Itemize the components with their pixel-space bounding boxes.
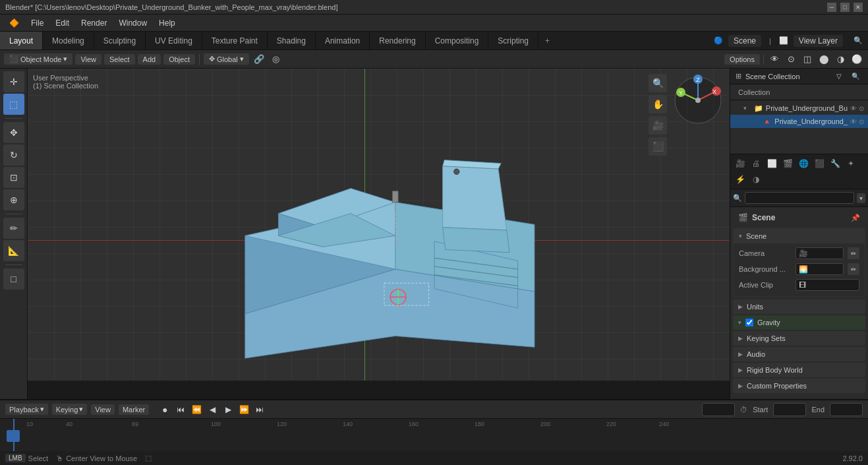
tab-shading[interactable]: Shading bbox=[268, 32, 316, 49]
viewport[interactable]: User Perspective (1) Scene Collection X … bbox=[28, 69, 730, 399]
record-btn[interactable]: ● bbox=[158, 403, 171, 416]
playback-menu[interactable]: Playback ▾ bbox=[5, 404, 48, 415]
object-props-tab[interactable]: ⬛ bbox=[812, 156, 826, 171]
tab-sculpting[interactable]: Sculpting bbox=[94, 32, 146, 49]
timeline-track[interactable]: 10 40 69 100 120 140 160 180 200 220 240 bbox=[0, 418, 868, 451]
custom-props-header[interactable]: ▶ Custom Properties bbox=[733, 379, 865, 393]
menu-help[interactable]: Help bbox=[154, 17, 181, 29]
add-cube-tool[interactable]: □ bbox=[3, 268, 24, 290]
tab-scripting[interactable]: Scripting bbox=[488, 32, 538, 49]
zoom-button[interactable]: 🔍 bbox=[649, 74, 667, 92]
gravity-checkbox[interactable] bbox=[745, 319, 753, 326]
select-menu[interactable]: Select bbox=[104, 54, 135, 65]
tab-animation[interactable]: Animation bbox=[316, 32, 370, 49]
particles-tab[interactable]: ✦ bbox=[844, 156, 858, 171]
object-menu[interactable]: Object bbox=[163, 54, 195, 65]
gizmos-overlay[interactable]: 👁 bbox=[767, 52, 782, 67]
move-tool[interactable]: ✥ bbox=[3, 122, 24, 143]
snap-toggle[interactable]: 🔗 bbox=[252, 52, 266, 67]
proportional-edit[interactable]: ◎ bbox=[269, 52, 283, 67]
menu-file[interactable]: File bbox=[26, 17, 49, 29]
viewport-canvas[interactable]: User Perspective (1) Scene Collection X … bbox=[28, 69, 730, 381]
world-props-tab[interactable]: 🌐 bbox=[796, 156, 811, 171]
units-header[interactable]: ▶ Units bbox=[733, 299, 865, 314]
active-clip-value[interactable]: 🎞 bbox=[796, 279, 859, 291]
start-frame-input[interactable]: 1 bbox=[773, 403, 806, 416]
menu-edit[interactable]: Edit bbox=[50, 17, 74, 29]
jump-start-btn[interactable]: ⏮ bbox=[174, 403, 187, 416]
play-btn[interactable]: ▶ bbox=[221, 403, 235, 416]
menu-render[interactable]: Render bbox=[76, 17, 112, 29]
pin-icon[interactable]: 📌 bbox=[851, 214, 860, 222]
scene-selector[interactable]: Scene bbox=[728, 35, 761, 47]
orbit-button[interactable]: 🎥 bbox=[649, 116, 667, 135]
camera-view-button[interactable]: ⬛ bbox=[649, 137, 667, 156]
view-layer-tab[interactable]: ⬜ bbox=[765, 156, 779, 171]
select-btn-2[interactable]: ⊙ bbox=[859, 118, 864, 125]
tab-rendering[interactable]: Rendering bbox=[370, 32, 425, 49]
expand-icon-1[interactable]: ▾ bbox=[743, 105, 751, 111]
add-workspace-button[interactable]: + bbox=[538, 32, 556, 49]
render-mode-solid[interactable]: ⬤ bbox=[817, 52, 831, 67]
render-props-tab[interactable]: 🎥 bbox=[733, 156, 747, 171]
close-button[interactable]: ✕ bbox=[854, 3, 863, 12]
scene-props-tab[interactable]: 🎬 bbox=[780, 156, 795, 171]
navigation-gizmo[interactable]: X Y Z bbox=[672, 74, 724, 127]
keying-sets-header[interactable]: ▶ Keying Sets bbox=[733, 331, 865, 346]
tab-uv-editing[interactable]: UV Editing bbox=[146, 32, 202, 49]
rigid-body-header[interactable]: ▶ Rigid Body World bbox=[733, 363, 865, 377]
tab-modeling[interactable]: Modeling bbox=[43, 32, 94, 49]
material-tab[interactable]: ◑ bbox=[749, 172, 763, 187]
menu-blender[interactable]: 🔶 bbox=[4, 17, 24, 29]
prev-keyframe-btn[interactable]: ⏪ bbox=[190, 403, 203, 416]
background-value[interactable]: 🌅 bbox=[796, 263, 844, 275]
maximize-button[interactable]: □ bbox=[840, 3, 850, 12]
overlays-btn[interactable]: ⊙ bbox=[784, 52, 798, 67]
camera-value[interactable]: 🎥 bbox=[796, 247, 844, 259]
visibility-btn-2[interactable]: 👁 bbox=[850, 118, 857, 125]
play-reverse-btn[interactable]: ◀ bbox=[206, 403, 219, 416]
cursor-tool[interactable]: ✛ bbox=[3, 71, 24, 92]
add-menu[interactable]: Add bbox=[138, 54, 161, 65]
rotate-tool[interactable]: ↻ bbox=[3, 144, 24, 166]
output-props-tab[interactable]: 🖨 bbox=[749, 156, 763, 171]
outliner-item-2[interactable]: 🔺 Private_Underground_ 👁 ⊙ bbox=[730, 115, 868, 128]
select-btn-1[interactable]: ⊙ bbox=[859, 105, 864, 112]
outliner-filter[interactable]: ▽ bbox=[832, 69, 846, 84]
physics-tab[interactable]: ⚡ bbox=[733, 172, 747, 187]
scene-section-header[interactable]: ▾ Scene bbox=[734, 229, 865, 243]
options-button[interactable]: Options bbox=[724, 54, 760, 65]
outliner-search[interactable]: 🔍 bbox=[848, 69, 863, 84]
xray-btn[interactable]: ◫ bbox=[800, 52, 815, 67]
camera-edit-btn[interactable]: ✏ bbox=[848, 247, 859, 259]
menu-window[interactable]: Window bbox=[113, 17, 152, 29]
tab-compositing[interactable]: Compositing bbox=[426, 32, 489, 49]
pan-button[interactable]: ✋ bbox=[649, 95, 667, 113]
tab-layout[interactable]: Layout bbox=[0, 32, 43, 49]
tab-texture-paint[interactable]: Texture Paint bbox=[202, 32, 268, 49]
object-mode-selector[interactable]: ⬛ Object Mode ▾ bbox=[4, 53, 72, 65]
visibility-btn-1[interactable]: 👁 bbox=[850, 105, 857, 112]
scale-tool[interactable]: ⊡ bbox=[3, 167, 24, 188]
audio-header[interactable]: ▶ Audio bbox=[733, 347, 865, 361]
end-frame-input[interactable]: 250 bbox=[830, 403, 863, 416]
view-layer-selector[interactable]: View Layer bbox=[794, 35, 843, 47]
measure-tool[interactable]: 📐 bbox=[3, 240, 24, 261]
props-filter-btn[interactable]: ▾ bbox=[857, 193, 865, 203]
render-mode-rendered[interactable]: ⚪ bbox=[850, 52, 864, 67]
select-tool[interactable]: ⬚ bbox=[3, 94, 24, 115]
current-frame-input[interactable]: 1 bbox=[702, 403, 735, 416]
view-menu-tl[interactable]: View bbox=[91, 404, 115, 415]
render-mode-material[interactable]: ◑ bbox=[833, 52, 848, 67]
transform-space-selector[interactable]: ✥ Global ▾ bbox=[204, 53, 249, 65]
modifier-props-tab[interactable]: 🔧 bbox=[828, 156, 842, 171]
view-menu[interactable]: View bbox=[75, 54, 101, 65]
keying-menu[interactable]: Keying ▾ bbox=[52, 404, 88, 415]
bg-edit-btn[interactable]: ✏ bbox=[848, 263, 859, 275]
transform-tool[interactable]: ⊕ bbox=[3, 189, 24, 210]
gravity-header[interactable]: ▾ Gravity bbox=[733, 315, 865, 330]
next-keyframe-btn[interactable]: ⏩ bbox=[237, 403, 250, 416]
minimize-button[interactable]: ─ bbox=[827, 3, 836, 12]
jump-end-btn[interactable]: ⏭ bbox=[253, 403, 266, 416]
marker-menu[interactable]: Marker bbox=[119, 404, 149, 415]
